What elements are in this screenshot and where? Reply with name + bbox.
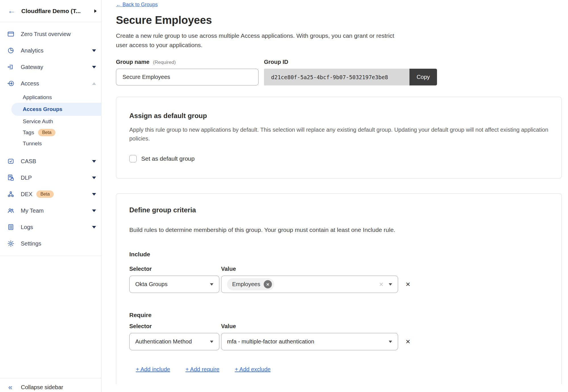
chevron-down-icon — [92, 177, 96, 179]
caret-right-icon[interactable] — [94, 9, 97, 13]
sidebar-item-label: Access Groups — [23, 106, 62, 112]
sidebar-item-label: My Team — [21, 207, 92, 214]
chevron-down-icon — [92, 209, 96, 212]
selector-label: Selector — [129, 266, 221, 272]
tag-remove-icon[interactable]: ✕ — [264, 280, 272, 288]
chevron-down-icon — [92, 49, 96, 52]
sidebar-item-gateway[interactable]: Gateway — [0, 59, 101, 75]
require-value-dropdown[interactable]: mfa - multiple-factor authentication — [221, 333, 398, 350]
page-description: Create a new rule group to use across mu… — [116, 31, 394, 50]
chevron-down-icon — [92, 193, 96, 196]
sidebar-item-service-auth[interactable]: Service Auth — [0, 116, 101, 127]
require-selector-dropdown[interactable]: Authentication Method — [129, 333, 219, 350]
value-tag: Employees ✕ — [227, 278, 274, 290]
app-root: ← Cloudflare Demo (T... Zero Trust overv… — [0, 0, 568, 392]
sidebar-item-access-groups[interactable]: Access Groups — [11, 103, 101, 116]
include-selector-dropdown[interactable]: Okta Groups — [129, 276, 219, 293]
sidebar-item-casb[interactable]: CASB — [0, 153, 101, 169]
criteria-card-title: Define group criteria — [129, 206, 548, 214]
access-subnav: Applications Access Groups Service Auth … — [0, 92, 101, 149]
chevron-down-icon — [389, 341, 392, 343]
sidebar-item-label: Service Auth — [23, 118, 53, 125]
group-id-label: Group ID — [264, 59, 437, 65]
require-rule-row: Authentication Method mfa - multiple-fac… — [129, 333, 548, 350]
sidebar-item-analytics[interactable]: Analytics — [0, 42, 101, 59]
back-to-groups-link[interactable]: ← Back to Groups — [116, 2, 158, 8]
required-hint: (Required) — [153, 60, 176, 65]
sidebar-item-tags[interactable]: Tags Beta — [0, 127, 101, 138]
access-icon — [7, 80, 14, 87]
sidebar-item-label: DEX — [21, 191, 32, 198]
selector-label: Selector — [129, 323, 221, 330]
sidebar-item-label: Tunnels — [23, 141, 42, 147]
casb-icon — [7, 158, 14, 165]
default-group-card-title: Assign as default group — [129, 112, 548, 120]
chevron-down-icon — [389, 283, 392, 286]
chevron-down-icon — [92, 66, 96, 68]
sidebar-item-tunnels[interactable]: Tunnels — [0, 138, 101, 149]
sidebar-item-access[interactable]: Access — [0, 75, 101, 92]
collapse-sidebar-label: Collapse sidebar — [21, 384, 63, 391]
add-require-link[interactable]: + Add require — [186, 366, 220, 373]
sidebar-item-label: Gateway — [21, 64, 92, 70]
sidebar-item-logs[interactable]: Logs — [0, 219, 101, 235]
include-selector-value: Okta Groups — [135, 281, 206, 288]
pie-chart-icon — [7, 47, 14, 54]
sidebar-item-label: Zero Trust overview — [21, 31, 96, 37]
group-id-value: d21ce80f-5a25-4bcf-9b07-5032197e3be8 — [264, 69, 409, 85]
sidebar-item-my-team[interactable]: My Team — [0, 202, 101, 219]
beta-badge: Beta — [36, 190, 54, 198]
chevron-up-icon — [92, 82, 96, 85]
set-default-group-checkbox[interactable] — [129, 155, 137, 162]
sidebar-item-zero-trust-overview[interactable]: Zero Trust overview — [0, 26, 101, 42]
back-arrow-icon[interactable]: ← — [8, 7, 15, 15]
main-content: ← Back to Groups Secure Employees Create… — [101, 0, 568, 392]
sidebar-item-label: Logs — [21, 224, 92, 230]
sidebar-item-label: Analytics — [21, 47, 92, 54]
sidebar-item-dex[interactable]: DEX Beta — [0, 186, 101, 202]
group-name-input[interactable] — [116, 69, 259, 85]
include-value-multiselect[interactable]: Employees ✕ ✕ — [221, 276, 398, 293]
group-id-field: Group ID d21ce80f-5a25-4bcf-9b07-5032197… — [264, 59, 437, 85]
sidebar-item-label: Applications — [23, 94, 52, 100]
gear-icon — [7, 240, 14, 247]
account-header: ← Cloudflare Demo (T... — [0, 0, 101, 22]
chevron-down-icon — [210, 341, 213, 343]
sidebar-item-settings[interactable]: Settings — [0, 235, 101, 252]
gateway-icon — [7, 63, 14, 71]
chevron-down-icon — [210, 283, 213, 286]
sidebar-divider — [0, 256, 101, 256]
dlp-icon — [7, 174, 14, 181]
require-selector-value: Authentication Method — [135, 338, 206, 345]
remove-include-rule-button[interactable]: ✕ — [405, 281, 411, 288]
sidebar-item-dlp[interactable]: DLP — [0, 169, 101, 186]
group-name-field: Group name (Required) — [116, 59, 259, 85]
add-include-link[interactable]: + Add include — [136, 366, 170, 373]
account-title: Cloudflare Demo (T... — [21, 8, 94, 14]
sidebar-item-label: CASB — [21, 158, 92, 165]
logs-icon — [7, 223, 14, 231]
set-default-group-label: Set as default group — [141, 155, 195, 162]
sidebar-item-applications[interactable]: Applications — [0, 92, 101, 103]
require-value: mfa - multiple-factor authentication — [227, 338, 384, 345]
double-chevron-left-icon: « — [8, 383, 12, 391]
include-heading: Include — [129, 251, 548, 258]
sidebar: ← Cloudflare Demo (T... Zero Trust overv… — [0, 0, 101, 392]
clear-values-icon[interactable]: ✕ — [379, 281, 384, 288]
default-group-card-description: Apply this rule group to new application… — [129, 125, 548, 143]
chevron-down-icon — [92, 226, 96, 229]
remove-require-rule-button[interactable]: ✕ — [405, 338, 411, 345]
group-fields-row: Group name (Required) Group ID d21ce80f-… — [116, 59, 562, 85]
add-exclude-link[interactable]: + Add exclude — [235, 366, 271, 373]
page-title: Secure Employees — [116, 13, 562, 27]
group-name-label: Group name — [116, 59, 149, 65]
collapse-sidebar[interactable]: « Collapse sidebar — [0, 378, 101, 392]
sidebar-item-label: DLP — [21, 175, 92, 181]
copy-button[interactable]: Copy — [409, 69, 437, 85]
beta-badge: Beta — [38, 129, 55, 136]
require-heading: Require — [129, 312, 548, 318]
value-label: Value — [221, 323, 236, 330]
include-rule-row: Okta Groups Employees ✕ ✕ ✕ — [129, 276, 548, 293]
window-icon — [7, 30, 14, 38]
chevron-down-icon — [92, 160, 96, 163]
